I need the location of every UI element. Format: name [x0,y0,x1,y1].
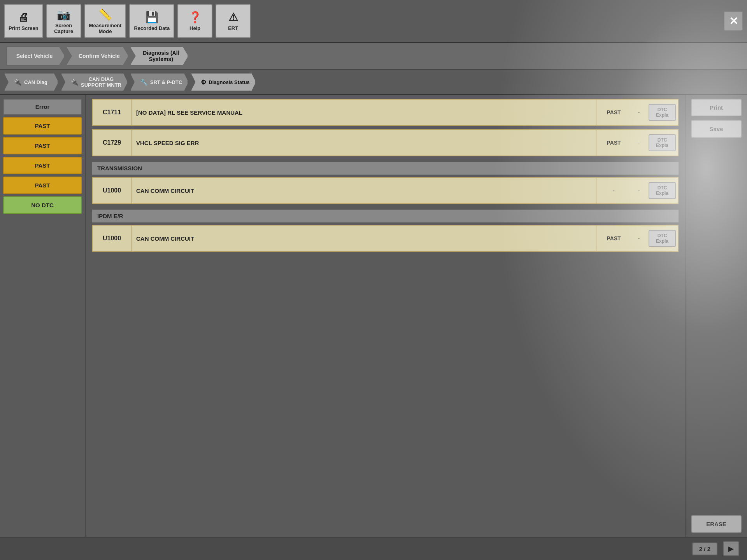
sidebar-no-dtc: NO DTC [3,196,82,214]
dtc-code-c1711: C1711 [93,100,132,125]
can-support-icon: 🔌 [71,79,79,86]
dtc-status-c1711: PAST [596,100,631,125]
breadcrumb-select-vehicle[interactable]: Select Vehicle [6,46,65,66]
srt-icon: 🔧 [140,79,148,86]
dtc-expla-area-u1000-ipdm: DTCExpla [647,226,678,251]
tab-can-diag[interactable]: 🔌 CAN Diag [4,73,58,91]
dtc-desc-c1729: VHCL SPEED SIG ERR [132,130,596,156]
dtc-dash-u1000-ipdm: - [631,226,647,251]
tabs-row: 🔌 CAN Diag 🔌 CAN DIAGSUPPORT MNTR 🔧 SRT … [0,70,747,95]
toolbar: 🖨 Print Screen 📷 ScreenCapture 📏 Measure… [0,0,747,43]
sidebar-error-label: Error [3,99,82,115]
measurement-mode-button[interactable]: 📏 MeasurementMode [84,4,126,38]
dtc-dash-c1729: - [631,130,647,156]
ert-button[interactable]: ⚠ ERT [216,4,251,38]
warning-icon: ⚠ [228,11,238,24]
section-ipdm: IPDM E/R [92,210,679,222]
dtc-status-u1000-ipdm: PAST [596,226,631,251]
data-icon: 💾 [145,11,159,24]
dtc-status-u1000-trans: - [596,178,631,203]
dtc-expla-button-u1000-ipdm[interactable]: DTCExpla [649,230,676,247]
dtc-row-u1000-ipdm: U1000 CAN COMM CIRCUIT PAST - DTCExpla [92,225,679,252]
dtc-row-c1711: C1711 [NO DATA] RL SEE SERVICE MANUAL PA… [92,99,679,126]
sidebar-past-2: PAST [3,137,82,154]
breadcrumb-confirm-vehicle[interactable]: Confirm Vehicle [66,46,128,66]
tab-srt-pdtc[interactable]: 🔧 SRT & P-DTC [130,73,188,91]
breadcrumb-diagnosis[interactable]: Diagnosis (AllSystems) [130,46,188,66]
diagnosis-icon: ⚙ [201,79,206,86]
dtc-dash-c1711: - [631,100,647,125]
page-indicator: 2 / 2 [692,542,717,555]
dtc-desc-u1000-trans: CAN COMM CIRCUIT [132,178,596,203]
dtc-status-c1729: PAST [596,130,631,156]
breadcrumb: Select Vehicle Confirm Vehicle Diagnosis… [0,43,747,70]
printer-icon: 🖨 [18,11,29,24]
sidebar-past-4: PAST [3,177,82,194]
center-panel: C1711 [NO DATA] RL SEE SERVICE MANUAL PA… [86,95,685,537]
screen-capture-button[interactable]: 📷 ScreenCapture [46,4,81,38]
dtc-expla-area-c1729: DTCExpla [647,130,678,156]
section-transmission: TRANSMISSION [92,162,679,175]
tab-can-diag-support[interactable]: 🔌 CAN DIAGSUPPORT MNTR [61,73,128,91]
measurement-icon: 📏 [98,8,112,21]
right-sidebar: Print Save ERASE [685,95,747,537]
dtc-code-u1000-trans: U1000 [93,178,132,203]
erase-button[interactable]: ERASE [691,515,742,533]
print-button[interactable]: Print [691,99,742,116]
dtc-dash-u1000-trans: - [631,178,647,203]
sidebar-past-3: PAST [3,157,82,174]
main-content: Error PAST PAST PAST PAST NO DTC C1711 [… [0,95,747,537]
dtc-row-c1729: C1729 VHCL SPEED SIG ERR PAST - DTCExpla [92,129,679,156]
status-bar: 2 / 2 ▶ [0,537,747,560]
nav-next-button[interactable]: ▶ [723,541,739,556]
close-area: ✕ [724,11,743,31]
camera-icon: 📷 [57,8,70,21]
dtc-row-u1000-trans: U1000 CAN COMM CIRCUIT - - DTCExpla [92,177,679,204]
help-button[interactable]: ❓ Help [177,4,212,38]
save-button[interactable]: Save [691,120,742,138]
close-button[interactable]: ✕ [724,11,743,31]
dtc-desc-u1000-ipdm: CAN COMM CIRCUIT [132,226,596,251]
left-sidebar: Error PAST PAST PAST PAST NO DTC [0,95,86,537]
dtc-expla-button-u1000-trans[interactable]: DTCExpla [649,182,676,199]
dtc-expla-area-u1000-trans: DTCExpla [647,178,678,203]
dtc-expla-button-c1729[interactable]: DTCExpla [649,134,676,151]
help-icon: ❓ [188,11,202,24]
tab-diagnosis-status[interactable]: ⚙ Diagnosis Status [191,73,256,91]
can-diag-icon: 🔌 [14,79,22,86]
sidebar-past-1: PAST [3,117,82,135]
dtc-code-c1729: C1729 [93,130,132,156]
print-screen-button[interactable]: 🖨 Print Screen [4,4,43,38]
dtc-code-u1000-ipdm: U1000 [93,226,132,251]
dtc-desc-c1711: [NO DATA] RL SEE SERVICE MANUAL [132,100,596,125]
dtc-expla-button-c1711[interactable]: DTCExpla [649,104,676,121]
dtc-expla-area-c1711: DTCExpla [647,100,678,125]
recorded-data-button[interactable]: 💾 Recorded Data [129,4,174,38]
